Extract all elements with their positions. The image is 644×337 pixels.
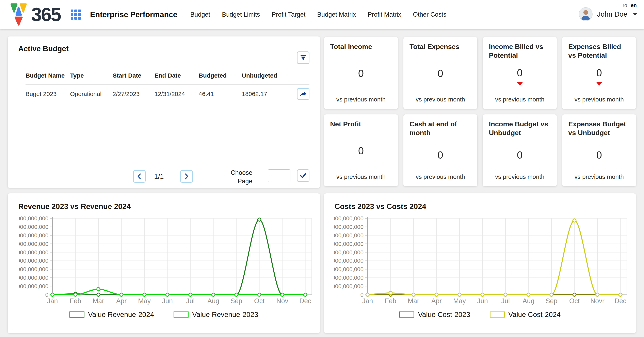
user-menu[interactable]: John Doe (579, 7, 638, 21)
kpi-footer: vs previous month (574, 173, 624, 180)
revenue-chart-title: Revenue 2023 vs Revenue 2024 (18, 202, 130, 211)
legend-label: Value Revenue-2023 (192, 310, 258, 318)
user-name: John Doe (597, 10, 628, 18)
cell-budgeted: 46.41 (199, 90, 242, 98)
budget-table-body: Buget 2023Operational2/27/202312/31/2024… (26, 85, 310, 100)
kpi-card-total-expenses: Total Expenses0vs previous month (404, 37, 477, 109)
costs-line-chart: 02,000,000,0004,000,000,0006,000,000,000… (334, 215, 629, 306)
svg-text:4,000,000,000: 4,000,000,000 (19, 274, 48, 281)
svg-text:18,000,000,000: 18,000,000,000 (334, 215, 364, 222)
legend-label: Value Cost-2023 (418, 310, 470, 318)
kpi-value: 0 (438, 68, 443, 80)
active-budget-title: Active Budget (18, 44, 69, 53)
legend-item-value-cost-2023: Value Cost-2023 (399, 310, 470, 318)
kpi-card-income-billed-vs-potential: Income Billed vs Potential0vs previous m… (483, 37, 557, 109)
svg-text:12,000,000,000: 12,000,000,000 (334, 241, 364, 247)
confirm-page-button[interactable] (297, 169, 310, 182)
legend-swatch (70, 312, 84, 318)
svg-text:Dec: Dec (299, 297, 311, 304)
kpi-value: 0 (596, 149, 602, 161)
kpi-footer: vs previous month (336, 96, 386, 103)
top-navbar: 365 Enterprise Performance BudgetBudget … (0, 0, 644, 29)
svg-text:12,000,000,000: 12,000,000,000 (19, 241, 48, 247)
revenue-chart-panel: Revenue 2023 vs Revenue 2024 02,000,000,… (8, 194, 320, 333)
app-grid-icon[interactable] (71, 10, 81, 20)
kpi-title: Net Profit (330, 120, 361, 128)
nav-item-budget[interactable]: Budget (190, 11, 210, 18)
svg-text:Feb: Feb (385, 297, 396, 304)
svg-text:2,000,000,000: 2,000,000,000 (19, 283, 48, 290)
kpi-footer: vs previous month (495, 173, 544, 180)
revenue-line-chart: 02,000,000,0004,000,000,0006,000,000,000… (19, 215, 314, 306)
column-header-end-date: End Date (154, 72, 199, 79)
kpi-grid: Total Income0vs previous monthTotal Expe… (324, 37, 636, 186)
forward-arrow-icon (300, 91, 307, 97)
kpi-value: 0 (596, 67, 602, 79)
svg-text:14,000,000,000: 14,000,000,000 (19, 232, 48, 238)
svg-text:Jan: Jan (47, 297, 58, 304)
legend-swatch (174, 312, 188, 318)
svg-text:Jun: Jun (162, 297, 173, 304)
table-row: Buget 2023Operational2/27/202312/31/2024… (26, 85, 310, 100)
cell-budget-name: Buget 2023 (26, 90, 70, 98)
svg-text:May: May (453, 297, 466, 304)
avatar[interactable] (579, 7, 592, 21)
kpi-footer: vs previous month (574, 96, 624, 103)
svg-text:Jul: Jul (186, 297, 194, 304)
svg-text:6,000,000,000: 6,000,000,000 (334, 266, 364, 272)
page-indicator: 1/1 (146, 172, 172, 180)
kpi-title: Total Income (330, 42, 372, 51)
kpi-card-expenses-billed-vs-potential: Expenses Billed vs Potential0vs previous… (562, 37, 636, 109)
svg-text:2,000,000,000: 2,000,000,000 (334, 283, 364, 290)
trend-down-icon (596, 79, 602, 88)
svg-text:4,000,000,000: 4,000,000,000 (334, 274, 364, 281)
trend-down-icon (516, 79, 523, 88)
kpi-title: Income Billed vs Potential (489, 42, 551, 60)
kpi-footer: vs previous month (336, 173, 386, 180)
nav-item-other-costs[interactable]: Other Costs (413, 11, 446, 18)
svg-text:Dec: Dec (614, 297, 626, 304)
nav-item-profit-matrix[interactable]: Profit Matrix (368, 11, 401, 18)
choose-page-input[interactable] (268, 169, 290, 182)
filter-button[interactable] (297, 52, 310, 64)
svg-text:Aug: Aug (522, 297, 534, 304)
kpi-value: 0 (438, 149, 443, 161)
nav-item-profit-target[interactable]: Profit Target (272, 11, 306, 18)
svg-text:6,000,000,000: 6,000,000,000 (19, 266, 48, 272)
nav-item-budget-matrix[interactable]: Budget Matrix (317, 11, 356, 18)
nav-item-budget-limits[interactable]: Budget Limits (222, 11, 260, 18)
previous-page-button[interactable] (133, 170, 146, 183)
brand-logo-icon (8, 3, 29, 26)
svg-text:Novr: Novr (590, 297, 604, 304)
svg-text:8,000,000,000: 8,000,000,000 (19, 258, 48, 264)
costs-chart-panel: Costs 2023 vs Costs 2024 02,000,000,0004… (324, 194, 636, 333)
svg-text:Mar: Mar (408, 297, 420, 304)
budget-table-header: Budget NameTypeStart DateEnd DateBudgete… (26, 70, 310, 84)
legend-label: Value Cost-2024 (508, 310, 560, 318)
open-budget-button[interactable] (297, 88, 310, 100)
column-header-start-date: Start Date (112, 72, 154, 79)
svg-text:Jan: Jan (362, 297, 373, 304)
active-budget-panel: Active Budget Budget NameTypeStart DateE… (8, 36, 320, 188)
kpi-value: 0 (517, 149, 523, 161)
next-page-button[interactable] (180, 170, 193, 183)
svg-text:10,000,000,000: 10,000,000,000 (334, 249, 364, 256)
cell-start-date: 2/27/2023 (112, 90, 154, 98)
column-header-budgeted: Budgeted (199, 72, 242, 79)
svg-text:16,000,000,000: 16,000,000,000 (19, 224, 48, 230)
check-icon (300, 172, 307, 179)
svg-text:Sep: Sep (546, 297, 558, 304)
chevron-down-icon[interactable] (633, 13, 638, 16)
column-header-unbudgeted: Unbudgeted (242, 72, 295, 79)
kpi-value: 0 (358, 68, 364, 80)
kpi-card-income-budget-vs-unbudget: Income Budget vs Unbudget0vs previous mo… (483, 114, 557, 186)
svg-text:18,000,000,000: 18,000,000,000 (19, 215, 48, 222)
svg-text:May: May (138, 297, 151, 304)
legend-swatch (490, 312, 505, 318)
svg-text:Apr: Apr (431, 297, 442, 304)
kpi-title: Expenses Billed vs Potential (568, 42, 630, 60)
svg-text:14,000,000,000: 14,000,000,000 (334, 232, 364, 238)
svg-text:Feb: Feb (70, 297, 81, 304)
kpi-footer: vs previous month (416, 96, 465, 103)
column-header-type: Type (70, 72, 112, 79)
